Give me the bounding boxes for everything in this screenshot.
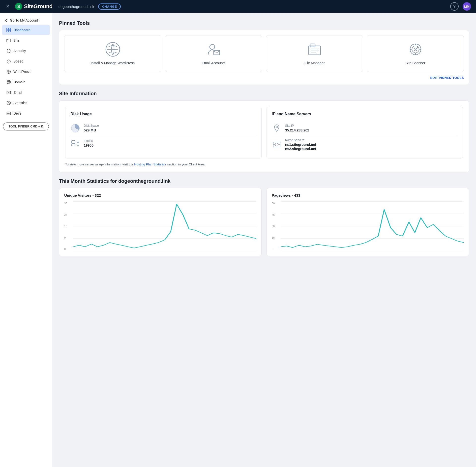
site-info-title: Site Information (59, 91, 469, 96)
sidebar-item-statistics[interactable]: Statistics (2, 98, 50, 108)
sidebar-item-email[interactable]: Email (2, 88, 50, 97)
svg-point-37 (276, 126, 278, 128)
location-pin-icon (272, 123, 282, 133)
tool-finder-button[interactable]: TOOL FINDER CMD + K (3, 123, 49, 130)
svg-point-11 (7, 80, 11, 84)
sidebar-speed-label: Speed (13, 59, 23, 63)
pageviews-card: Pageviews - 433 604530150 (267, 188, 469, 256)
ns2-value: ns2.siteground.net (285, 147, 316, 151)
pinned-tool-wordpress[interactable]: Install & Manage WordPress (64, 35, 161, 72)
svg-text:S: S (17, 4, 20, 9)
pinned-tools-grid: Install & Manage WordPress Email Account… (64, 35, 464, 72)
inodes-value: 19955 (84, 143, 93, 147)
hosting-plan-statistics-link[interactable]: Hosting Plan Statistics (134, 162, 166, 166)
unique-visitors-card: Unique Visitors - 322 36271890 (59, 188, 262, 256)
pinned-tool-file-manager[interactable]: File Manager (266, 35, 363, 72)
site-ip-row: Site IP 35.214.233.202 (272, 121, 458, 136)
avatar[interactable]: MM (463, 2, 471, 11)
sidebar-email-label: Email (13, 91, 22, 94)
svg-rect-4 (7, 30, 8, 32)
inodes-label: Inodes (84, 139, 93, 143)
svg-point-39 (275, 143, 278, 146)
sidebar-item-devs[interactable]: Devs (2, 108, 50, 118)
top-navigation: ✕ S SiteGround dogeontheground.link CHAN… (0, 0, 476, 13)
sidebar-wordpress-label: WordPress (13, 70, 30, 74)
server-usage-note: To view more server usage information, v… (65, 162, 463, 166)
svg-rect-31 (72, 141, 75, 143)
pinned-tool-filemanager-label: File Manager (304, 61, 325, 66)
disk-pie-icon (70, 123, 80, 133)
server-note-post: section in your Client Area (166, 162, 205, 166)
inodes-row: Inodes 19955 (70, 136, 256, 151)
site-ip-label: Site IP (285, 124, 309, 127)
edit-pinned-tools-link[interactable]: EDIT PINNED TOOLS (64, 76, 464, 80)
uv-y-labels: 36271890 (64, 201, 72, 251)
logo: S SiteGround (15, 2, 53, 10)
svg-rect-36 (77, 144, 79, 146)
unique-visitors-title: Unique Visitors - 322 (64, 193, 256, 197)
disk-space-row: Disk Space 529 MB (70, 121, 256, 136)
help-button[interactable]: ? (450, 2, 459, 11)
disk-space-value: 529 MB (84, 128, 96, 132)
sidebar-item-wordpress[interactable]: WordPress (2, 67, 50, 77)
disk-space-label: Disk Space (84, 124, 99, 127)
statistics-grid: Unique Visitors - 322 36271890 (59, 188, 469, 256)
pinned-tool-wordpress-label: Install & Manage WordPress (91, 61, 135, 66)
sidebar-item-site[interactable]: Site (2, 35, 50, 45)
sidebar-item-speed[interactable]: Speed (2, 56, 50, 66)
svg-point-8 (7, 39, 8, 40)
svg-rect-35 (77, 141, 79, 143)
change-domain-button[interactable]: CHANGE (98, 3, 121, 10)
name-servers-row: Name Servers ns1.siteground.net ns2.site… (272, 136, 458, 153)
site-ip-text: Site IP 35.214.233.202 (285, 124, 309, 132)
pinned-tool-scanner-label: Site Scanner (405, 61, 425, 66)
close-button[interactable]: ✕ (5, 3, 11, 10)
statistics-section-title: This Month Statistics for dogeonthegroun… (59, 178, 469, 184)
unique-visitors-chart: 36271890 (64, 201, 256, 251)
inodes-text: Inodes 19955 (84, 139, 93, 148)
svg-rect-32 (72, 144, 75, 146)
logo-text: SiteGround (24, 3, 53, 10)
server-note-pre: To view more server usage information, v… (65, 162, 134, 166)
svg-rect-18 (309, 46, 321, 55)
sidebar-domain-label: Domain (13, 80, 25, 84)
disk-space-text: Disk Space 529 MB (84, 124, 99, 132)
ns1-value: ns1.siteground.net (285, 143, 316, 147)
sidebar-site-label: Site (13, 38, 19, 42)
globe-icon (272, 140, 282, 150)
svg-rect-5 (9, 30, 11, 32)
pinned-tools-card: Install & Manage WordPress Email Account… (59, 30, 469, 85)
pinned-tool-site-scanner[interactable]: Site Scanner (367, 35, 464, 72)
sidebar-statistics-label: Statistics (13, 101, 27, 105)
uv-chart-svg-wrap (73, 201, 256, 251)
pv-y-labels: 604530150 (272, 201, 280, 251)
pinned-tool-email-label: Email Accounts (202, 61, 226, 66)
sidebar-dashboard-label: Dashboard (13, 28, 30, 32)
inodes-icon (70, 138, 80, 148)
svg-point-9 (8, 39, 8, 40)
sidebar-devs-label: Devs (13, 111, 21, 115)
pv-chart-svg-wrap (281, 201, 464, 251)
disk-usage-box: Disk Usage Disk Space 529 MB (65, 107, 262, 158)
sidebar-item-domain[interactable]: Domain (2, 77, 50, 87)
main-content: Pinned Tools Install & Manage WordPress (52, 13, 476, 467)
sidebar-item-security[interactable]: Security (2, 46, 50, 56)
ip-servers-box: IP and Name Servers Site IP 35.214.233.2… (267, 107, 463, 158)
current-domain: dogeontheground.link (59, 4, 94, 9)
go-to-my-account-label: Go To My Account (10, 18, 38, 22)
disk-usage-title: Disk Usage (70, 112, 256, 116)
svg-rect-19 (310, 44, 315, 47)
pinned-tool-email-accounts[interactable]: Email Accounts (165, 35, 262, 72)
svg-rect-2 (7, 28, 8, 30)
sidebar-security-label: Security (13, 49, 26, 53)
pinned-tools-title: Pinned Tools (59, 20, 469, 26)
site-info-grid: Disk Usage Disk Space 529 MB (65, 107, 463, 158)
name-servers-text: Name Servers ns1.siteground.net ns2.site… (285, 138, 316, 151)
pageviews-chart: 604530150 (272, 201, 464, 251)
site-info-card: Disk Usage Disk Space 529 MB (59, 100, 469, 172)
ip-servers-title: IP and Name Servers (272, 112, 458, 116)
sidebar-item-dashboard[interactable]: Dashboard (2, 25, 50, 35)
sidebar: Go To My Account Dashboard Site Security… (0, 13, 52, 467)
go-to-my-account-link[interactable]: Go To My Account (0, 16, 52, 25)
name-servers-label: Name Servers (285, 138, 316, 142)
